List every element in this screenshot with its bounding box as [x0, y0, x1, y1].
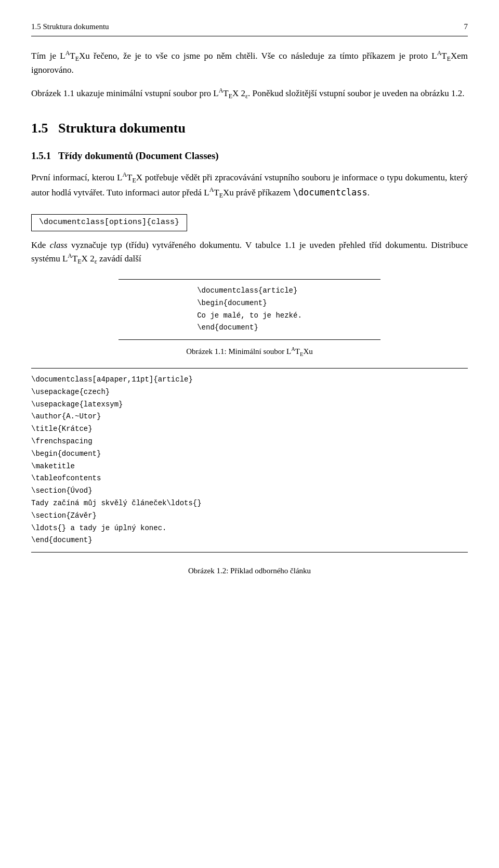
latex-sub2: E — [447, 55, 451, 62]
latex-sup4: A — [123, 171, 127, 178]
figure-2-caption: Obrázek 1.2: Příklad odborného článku — [188, 565, 311, 577]
latex-sup2: A — [437, 49, 442, 57]
header-page-number: 7 — [464, 21, 468, 33]
figure-1: \documentclass{article} \begin{document}… — [119, 279, 380, 359]
latex-sub4: E — [132, 177, 136, 184]
body-text-1: První informací, kterou LATEX potřebuje … — [31, 170, 468, 201]
figure-rule-top — [119, 279, 380, 280]
latex-sup6: A — [68, 252, 72, 259]
latex-sup5: A — [209, 186, 214, 193]
intro-paragraph-2: Obrázek 1.1 ukazuje minimální vstupní so… — [31, 86, 468, 101]
figure-2: Obrázek 1.2: Příklad odborného článku — [31, 561, 468, 577]
class-keyword: class — [50, 240, 68, 250]
section-heading: 1.5 Struktura dokumentu — [31, 118, 468, 138]
figure-2-caption-label: Obrázek 1.2: Příklad odborného článku — [188, 567, 311, 575]
latex-sub3: E — [229, 93, 232, 100]
page-header: 1.5 Struktura dokumentu 7 — [31, 21, 468, 36]
command-box: \documentclass[options]{class} — [31, 207, 468, 239]
latex-eps: ε — [245, 93, 248, 100]
latex-eps2: ε — [95, 258, 97, 265]
latex-sub6: E — [77, 258, 81, 265]
command-box-text: \documentclass[options]{class} — [31, 214, 187, 231]
header-section-title: 1.5 Struktura dokumentu — [31, 21, 109, 33]
subsection-heading: 1.5.1 Třídy dokumentů (Document Classes) — [31, 149, 468, 164]
latex-sub5: E — [219, 192, 223, 199]
subsection-title: 1.5.1 Třídy dokumentů (Document Classes) — [31, 150, 219, 161]
section-title: 1.5 Struktura dokumentu — [31, 121, 186, 136]
intro-paragraph-1: Tím je LATEXu řečeno, že je to vše co js… — [31, 49, 468, 77]
latex-sup: A — [65, 49, 70, 57]
figure-rule-bottom — [119, 339, 380, 340]
figure-1-caption-label: Obrázek 1.1: Minimální soubor LATEXu — [186, 347, 313, 356]
code-block-2: \documentclass[a4paper,11pt]{article} \u… — [31, 368, 468, 553]
figure-1-caption: Obrázek 1.1: Minimální soubor LATEXu — [186, 345, 313, 359]
body-text-2: Kde class vyznačuje typ (třídu) vytvářen… — [31, 239, 468, 267]
latex-sup3: A — [219, 87, 224, 94]
figure-1-code: \documentclass{article} \begin{document}… — [197, 285, 302, 334]
latex-sub: E — [75, 55, 79, 62]
